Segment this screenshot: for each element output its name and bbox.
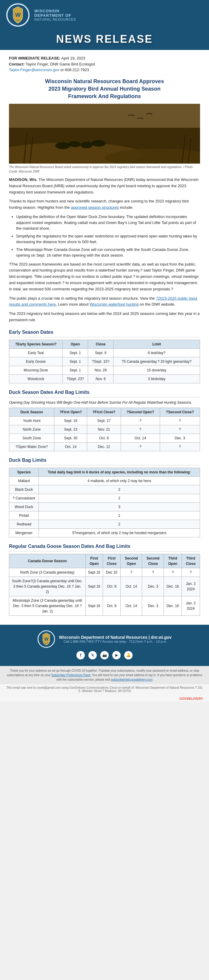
public-para: The public plays a crucial role in setti…: [9, 296, 200, 308]
bag-limits-table: Species Total daily bag limit is 6 ducks…: [9, 468, 200, 538]
hero-image-caption: The Wisconsin Natural Resources Board vo…: [9, 165, 200, 174]
youtube-icon[interactable]: ▶: [112, 651, 120, 659]
cell: Mourning Dove: [9, 366, 63, 374]
permanent-para: The 2023 migratory bird hunting seasons …: [9, 311, 200, 323]
svg-rect-5: [9, 104, 200, 128]
footer-bottom: This email was sent to covet@gmail.com u…: [0, 684, 209, 695]
cell: Merganser: [9, 528, 39, 537]
cell: Dec 16: [103, 568, 120, 577]
table-row: South Zone Sept. 30 Oct. 8 Oct. 14 Dec. …: [9, 434, 200, 442]
list-item: The Mississippi River Canada Goose Zone …: [16, 247, 200, 258]
notification-icon[interactable]: 🔔: [124, 651, 133, 659]
cell: ?: [160, 425, 200, 434]
cell: ?5 Canada geese/day,? 20 light geese/day…: [114, 357, 200, 366]
footer-phone: Call 1-888-936-7463 (TTY Access via rela…: [59, 640, 171, 643]
thanks-para: Thanks to input from hunters and new sci…: [9, 198, 200, 211]
dateline: MADISON, Wis.: [9, 177, 37, 182]
table-row: Redhead 2: [9, 520, 200, 528]
cell: Sept. 16: [54, 416, 87, 425]
header-title: WISCONSIN DEPARTMENT OF NATURAL RESOURCE…: [34, 9, 76, 21]
social-icons-row: f 𝕏 📷 ▶ 🔔: [3, 651, 206, 659]
table-row: Early Teal Sept. 1 Sept. 9 6 teal/day?: [9, 348, 200, 357]
footer-govdelivery: Thank you for your patience as we go thr…: [0, 666, 209, 684]
cell: 3 birds/day: [114, 374, 200, 383]
col-duck-season: Duck Season: [9, 407, 54, 416]
release-label: FOR IMMEDIATE RELEASE:: [9, 56, 60, 60]
instagram-icon[interactable]: 📷: [100, 651, 109, 659]
bottom-text: This email was sent to covet@gmail.com u…: [6, 686, 203, 693]
release-date: April 19, 2023: [61, 56, 85, 60]
table-row: ? Canvasback 2: [9, 494, 200, 503]
dept-line1: WISCONSIN: [34, 9, 76, 13]
svg-text:W: W: [44, 637, 49, 641]
table-row: Youth Hunt Sept. 16 Sept. 17 ? ?: [9, 416, 200, 425]
col-second-open: ?Second Open?: [120, 407, 160, 416]
facebook-icon[interactable]: f: [76, 651, 85, 659]
support-link[interactable]: subscriberhelp.govdelivery.com: [111, 678, 153, 681]
cell: Dec. 12: [87, 442, 121, 451]
cell: North Zone (3 Canada geese/day): [9, 568, 86, 577]
cell: 2: [39, 485, 200, 494]
cell: ?: [120, 425, 160, 434]
cell: ? Canvasback: [9, 494, 39, 503]
col-close: Close: [88, 340, 114, 348]
footer-logo-area: W DNR Wisconsin Department of Natural Re…: [3, 630, 206, 648]
cell: Sept 16: [86, 596, 103, 616]
waterfowl-link[interactable]: Wisconsin waterfowl hunting: [90, 302, 139, 307]
public-text: The public plays a crucial role in setti…: [9, 296, 155, 301]
cell: 2: [39, 520, 200, 528]
approved-link[interactable]: approved season structures: [71, 205, 119, 210]
cell: Pintail: [9, 511, 39, 520]
contact-email[interactable]: Taylor.Finger@wisconsin.gov: [9, 68, 59, 72]
svg-text:W: W: [15, 12, 21, 18]
cell: Dec. 16: [164, 577, 182, 596]
highlights-list: Updating the definition of the Open Wate…: [16, 214, 200, 258]
cell: Sept 16: [86, 568, 103, 577]
cell: ?: [120, 568, 142, 577]
canada-goose-header: Regular Canada Goose Season Dates And Ba…: [9, 543, 200, 552]
footer-blue: W DNR Wisconsin Department of Natural Re…: [0, 625, 209, 666]
cell: Oct. 8: [87, 434, 121, 442]
intro-text: The Wisconsin Department of Natural Reso…: [9, 177, 198, 194]
cell: Sept. 1: [62, 357, 88, 366]
cell: 6 teal/day?: [114, 348, 200, 357]
footer-title: Wisconsin Department of Natural Resource…: [59, 635, 171, 640]
subscriber-link[interactable]: Subscriber Preferences Page.: [51, 673, 91, 677]
cell: ?: [182, 568, 200, 577]
cell: Nov. 21: [87, 425, 121, 434]
news-release-title: NEWS RELEASE: [0, 33, 209, 45]
col-second-open: Second Open: [120, 554, 142, 568]
title-line3: Framework And Regulations: [9, 93, 200, 100]
cell: Wood Duck: [9, 503, 39, 511]
svg-point-8: [55, 142, 70, 149]
cell: 15 dove/day: [114, 366, 200, 374]
cell: ?: [160, 442, 200, 451]
cell: North Zone: [9, 425, 54, 434]
cell: South Zone?(3 Canada geese/day until Dec…: [9, 577, 86, 596]
title-line1: Wisconsin Natural Resources Board Approv…: [9, 78, 200, 85]
col-second-close: Second Close: [142, 554, 164, 568]
table-row: ?Open Water Zone? Oct. 14 Dec. 12 ? ?: [9, 442, 200, 451]
cell: Black Duck: [9, 485, 39, 494]
early-season-header: Early Season Dates: [9, 329, 200, 337]
cell: Jan. 2 2024: [182, 577, 200, 596]
table-row: Mourning Dove Sept. 1 Nov. 29 15 dove/da…: [9, 366, 200, 374]
cell: ?: [164, 568, 182, 577]
col-second-close: ?Second Close?: [160, 407, 200, 416]
content-area: FOR IMMEDIATE RELEASE: April 19, 2023 Co…: [0, 50, 209, 625]
table-row: Black Duck 2: [9, 485, 200, 494]
col-first-close: First Close: [103, 554, 120, 568]
dept-line2: DEPARTMENT OF: [34, 13, 76, 18]
hero-image: [9, 104, 200, 164]
table-row: Mississippi Zone (3 Canada geese/day unt…: [9, 596, 200, 616]
cell: ?Open Water Zone?: [9, 442, 54, 451]
cell: Mallard: [9, 476, 39, 485]
cell: Dec. 3: [142, 577, 164, 596]
cell: Oct. 8: [103, 577, 120, 596]
table-row: Woodcock ?Sept. 23? Nov. 6 3 birds/day: [9, 374, 200, 383]
cell: ?: [142, 568, 164, 577]
svg-text:DNR: DNR: [45, 643, 48, 644]
cell: Nov. 29: [88, 366, 114, 374]
cell: 3: [39, 503, 200, 511]
twitter-icon[interactable]: 𝕏: [89, 651, 97, 659]
